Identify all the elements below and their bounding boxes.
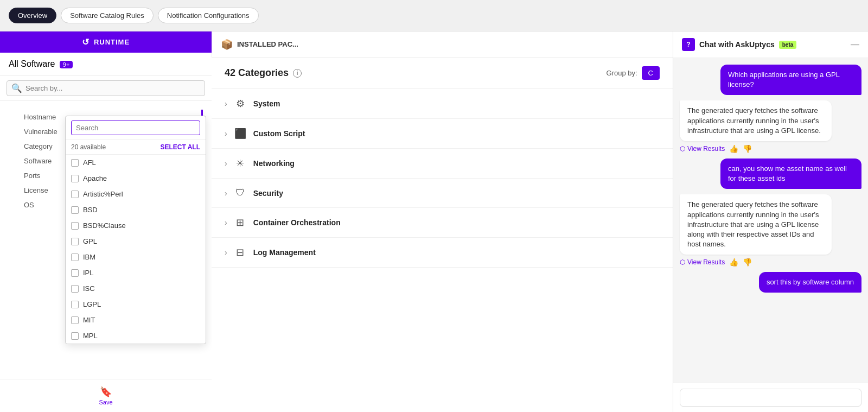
list-item[interactable]: IPL xyxy=(66,265,206,281)
content-panel: 📦 INSTALLED PAC... 42 Categories i Group… xyxy=(212,31,673,412)
category-name: Custom Script xyxy=(253,129,305,138)
list-item[interactable]: Apache xyxy=(66,170,206,186)
list-item[interactable]: MIT xyxy=(66,312,206,328)
checkbox-mpl[interactable] xyxy=(71,332,79,340)
checkbox-afl[interactable] xyxy=(71,159,79,167)
dropdown-search-input[interactable] xyxy=(71,121,200,135)
chat-input[interactable] xyxy=(680,389,861,407)
thumbs-down-button-2[interactable]: 👎 xyxy=(743,258,752,267)
categories-title: 42 Categories i xyxy=(225,67,302,79)
chat-logo: ? xyxy=(682,38,695,51)
chat-message-bot-wrapper: The generated query fetches the software… xyxy=(680,100,861,153)
checkbox-mit[interactable] xyxy=(71,316,79,324)
category-name: Networking xyxy=(253,159,295,168)
chevron-right-icon: › xyxy=(225,218,227,227)
system-icon: ⚙ xyxy=(234,98,247,110)
chat-message-user: Which applications are using a GPL licen… xyxy=(720,65,861,95)
info-icon[interactable]: i xyxy=(293,69,302,78)
checkbox-bsd[interactable] xyxy=(71,206,79,214)
save-icon: 🔖 xyxy=(100,386,112,398)
dropdown-items: AFL Apache Artistic%Perl BSD BSD%Clause … xyxy=(66,155,206,344)
checkbox-lgpl[interactable] xyxy=(71,301,79,308)
chat-panel: ? Chat with AskUptycs beta — Which appli… xyxy=(673,31,868,412)
group-by-button[interactable]: C xyxy=(642,66,660,80)
list-item[interactable]: LGPL xyxy=(66,296,206,312)
view-results-1[interactable]: ⬡ View Results xyxy=(680,145,725,153)
license-dropdown: 20 available SELECT ALL AFL Apache Artis… xyxy=(65,116,206,344)
checkbox-apache[interactable] xyxy=(71,175,79,182)
bottom-save: 🔖 Save xyxy=(0,379,212,412)
category-name: System xyxy=(253,99,280,108)
chat-message-user-3: sort this by software column xyxy=(759,272,861,293)
list-item[interactable]: MPL xyxy=(66,328,206,344)
chevron-right-icon: › xyxy=(225,159,227,168)
group-by-label: Group by: xyxy=(607,69,637,77)
checkbox-ipl[interactable] xyxy=(71,269,79,277)
list-item[interactable]: AFL xyxy=(66,155,206,170)
installed-label: INSTALLED PAC... xyxy=(237,40,298,48)
list-item[interactable]: ISC xyxy=(66,281,206,296)
checkbox-artistic[interactable] xyxy=(71,191,79,198)
chevron-right-icon: › xyxy=(225,99,227,108)
list-item[interactable]: IBM xyxy=(66,249,206,265)
chat-message-user: can, you show me asset name as well for … xyxy=(720,159,861,189)
main-layout: ↺ RUNTIME All Software 9+ 🔍 Hostname Vul… xyxy=(0,31,868,412)
count-badge: 9+ xyxy=(60,61,73,68)
installed-banner: 📦 INSTALLED PAC... xyxy=(212,31,673,58)
list-item[interactable]: Artistic%Perl xyxy=(66,186,206,202)
chat-message-bot: The generated query fetches the software… xyxy=(680,100,832,141)
networking-icon: ✳ xyxy=(234,157,247,169)
chevron-right-icon: › xyxy=(225,129,227,138)
checkbox-isc[interactable] xyxy=(71,285,79,293)
container-icon: ⊞ xyxy=(234,217,247,229)
thumbs-up-button-2[interactable]: 👍 xyxy=(729,258,738,267)
nav-notification[interactable]: Notification Configurations xyxy=(158,8,259,23)
chat-message-bot-wrapper-2: The generated query fetches the software… xyxy=(680,194,861,267)
chat-message-bot-2: The generated query fetches the software… xyxy=(680,194,832,255)
chevron-right-icon: › xyxy=(225,248,227,257)
category-name: Log Management xyxy=(253,248,316,257)
thumbs-up-button-1[interactable]: 👍 xyxy=(729,144,738,153)
hexagon-icon: ⬡ xyxy=(680,145,685,153)
beta-badge: beta xyxy=(779,41,797,49)
runtime-banner: ↺ RUNTIME xyxy=(0,31,212,53)
minimize-button[interactable]: — xyxy=(851,40,859,49)
available-count: 20 available xyxy=(71,143,106,151)
thumbs-down-button-1[interactable]: 👎 xyxy=(743,144,752,153)
save-button[interactable]: 🔖 Save xyxy=(99,386,112,405)
group-by-row: Group by: C xyxy=(607,66,660,80)
list-item[interactable]: GPL xyxy=(66,233,206,249)
category-networking[interactable]: › ✳ Networking xyxy=(212,149,673,179)
hexagon-icon: ⬡ xyxy=(680,258,685,266)
search-input-wrapper: 🔍 xyxy=(7,80,205,96)
view-results-2[interactable]: ⬡ View Results xyxy=(680,258,725,266)
all-software-header: All Software 9+ xyxy=(0,53,212,76)
checkbox-bsdclause[interactable] xyxy=(71,222,79,230)
runtime-label: RUNTIME xyxy=(94,38,130,46)
list-item[interactable]: BSD xyxy=(66,202,206,218)
category-container[interactable]: › ⊞ Container Orchestration xyxy=(212,208,673,238)
checkbox-ibm[interactable] xyxy=(71,253,79,261)
runtime-icon: ↺ xyxy=(82,37,90,47)
chat-title: Chat with AskUptycs xyxy=(699,40,775,49)
search-input[interactable] xyxy=(25,84,200,92)
left-panel: ↺ RUNTIME All Software 9+ 🔍 Hostname Vul… xyxy=(0,31,212,412)
chat-messages: Which applications are using a GPL licen… xyxy=(673,58,868,383)
chevron-right-icon: › xyxy=(225,189,227,198)
category-custom-script[interactable]: › ⬛ Custom Script xyxy=(212,119,673,149)
checkbox-gpl[interactable] xyxy=(71,238,79,245)
category-security[interactable]: › 🛡 Security xyxy=(212,179,673,208)
log-icon: ⊟ xyxy=(234,246,247,258)
nav-software-catalog[interactable]: Software Catalog Rules xyxy=(61,8,154,23)
category-log-management[interactable]: › ⊟ Log Management xyxy=(212,238,673,268)
chat-header: ? Chat with AskUptycs beta — xyxy=(673,31,868,58)
nav-overview[interactable]: Overview xyxy=(9,8,56,23)
select-all-button[interactable]: SELECT ALL xyxy=(160,143,200,151)
category-system[interactable]: › ⚙ System xyxy=(212,89,673,119)
list-item[interactable]: BSD%Clause xyxy=(66,218,206,233)
dropdown-search-row xyxy=(66,116,206,140)
save-label: Save xyxy=(99,399,112,405)
search-bar-row: 🔍 xyxy=(0,76,212,101)
top-nav: Overview Software Catalog Rules Notifica… xyxy=(0,0,868,31)
categories-header: 42 Categories i Group by: C xyxy=(212,58,673,89)
